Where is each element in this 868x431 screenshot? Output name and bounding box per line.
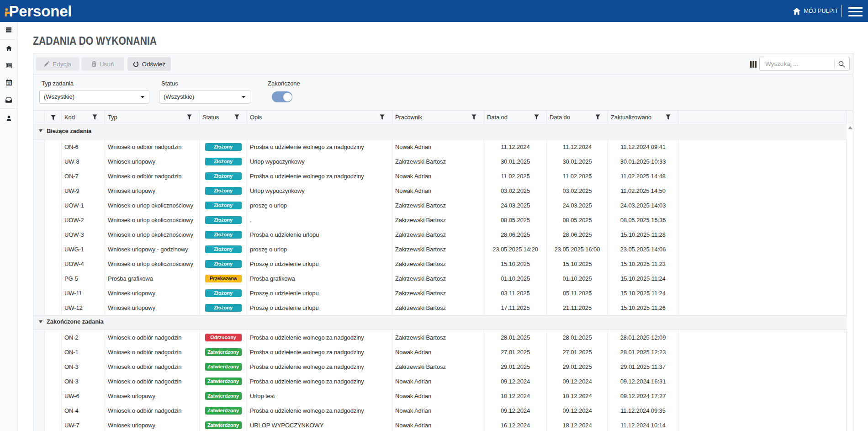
svg-text:Personel: Personel <box>9 3 72 20</box>
svg-text:12: 12 <box>7 82 11 85</box>
